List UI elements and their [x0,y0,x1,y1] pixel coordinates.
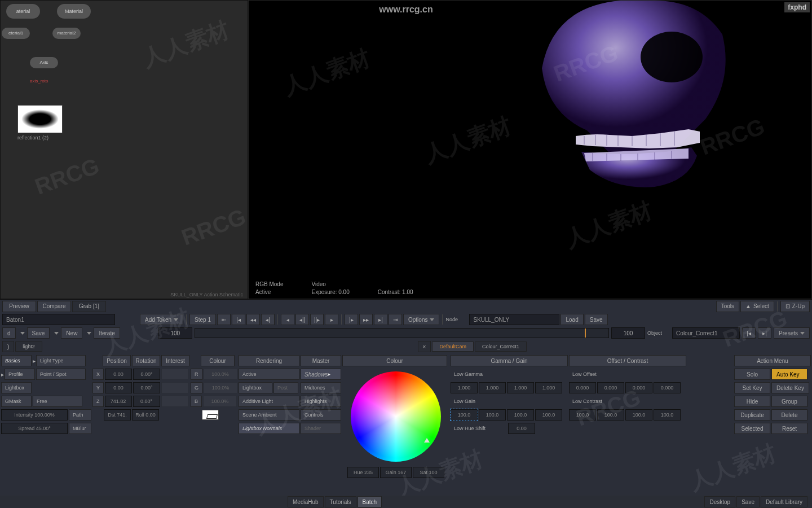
save-button[interactable]: Save [27,327,50,339]
dist-field[interactable]: Dst 741. [104,409,131,421]
profile-tab[interactable]: Profile [5,369,35,380]
schematic-panel[interactable]: aterial Material eterial1 material2 Axis… [0,0,248,299]
add-token-button[interactable]: Add Token [140,314,183,325]
iterate-button[interactable]: Iterate [94,327,120,339]
colour-wheel-cursor-icon[interactable] [424,438,430,443]
node-sub1[interactable]: eterial1 [2,28,30,39]
pause-button[interactable]: ||▸ [310,314,324,325]
play-button[interactable]: ▸ [325,314,338,325]
sat-field[interactable]: Sat 100 [413,467,444,478]
frame-start[interactable]: 100 [158,327,192,339]
z-rot[interactable]: 0.00° [133,396,160,407]
post-button[interactable]: Post [273,382,298,393]
mediahub-tab[interactable]: MediaHub [288,496,324,507]
object-field[interactable]: Colour_Correct1 [672,327,740,339]
obj-next-button[interactable]: ▸| [758,327,771,339]
lowhue-val[interactable]: 0.00 [508,423,535,434]
midtones-button[interactable]: Midtones [301,382,341,393]
timeline-track[interactable] [195,328,609,338]
gamma-r[interactable]: 1.000 [451,382,478,393]
additive-button[interactable]: Additive Light [239,396,299,407]
tab-light2[interactable]: light2 [15,341,42,352]
basics-tab[interactable]: Basics [1,355,32,366]
load-button[interactable]: Load [561,314,583,325]
tab-close-left[interactable]: × [418,341,431,352]
frame-back-button[interactable]: ◂|| [295,314,309,325]
contrast-b[interactable]: 100.0 [625,409,652,421]
viewport[interactable]: RGB ModeActive VideoExposure: 0.00 Contr… [248,0,812,299]
mark-out-button[interactable]: |▸ [345,314,358,325]
offset-r[interactable]: 0.000 [569,382,596,393]
gain-r[interactable]: 100.0 [451,409,478,421]
d-button[interactable]: d [2,327,16,339]
pointspot-button[interactable]: Point / Spot [36,369,86,380]
step-fwd-button[interactable]: ▸▸ [359,314,373,325]
g-val[interactable]: 100.0% [204,382,237,393]
options-button[interactable]: Options [403,314,439,325]
path-button[interactable]: Path [69,409,91,421]
offset-a[interactable]: 0.000 [654,382,681,393]
contrast-g[interactable]: 100.0 [597,409,624,421]
x-int[interactable] [161,369,188,380]
y-pos[interactable]: 0.00 [105,382,132,393]
highlights-button[interactable]: Highlights [301,396,341,407]
step-button[interactable]: Step 1 [189,314,216,325]
intensity-field[interactable]: Intensity 100.00% [1,409,68,421]
selected-button[interactable]: Selected [734,423,770,434]
mark-in-button[interactable]: ◂| [261,314,275,325]
node-material-right[interactable]: Material [57,4,91,19]
setkey-button[interactable]: Set Key [734,382,770,393]
roll-field[interactable]: Roll 0.00 [132,409,159,421]
x-pos[interactable]: 0.00 [105,369,132,380]
delete-button[interactable]: Delete [771,409,807,421]
contrast-a[interactable]: 100.0 [654,409,681,421]
play-rev-button[interactable]: ◂ [281,314,294,325]
mblur-button[interactable]: MBlur [69,423,91,434]
batch-field[interactable]: Baton1 [2,314,115,325]
spread-field[interactable]: Spread 45.00° [1,423,68,434]
controls-button[interactable]: Controls [301,409,341,421]
contrast-r[interactable]: 100.0 [569,409,596,421]
gamma-b[interactable]: 1.000 [507,382,534,393]
zup-button[interactable]: ⊡Z-Up [780,301,810,312]
group-button[interactable]: Group [771,396,807,407]
colour-swatch[interactable] [202,410,219,420]
offset-g[interactable]: 0.000 [597,382,624,393]
shader-button[interactable]: Shader [301,423,341,434]
deletekey-button[interactable]: Delete Key [771,382,809,393]
compare-button[interactable]: Compare [37,301,71,312]
b-val[interactable]: 100.0% [203,396,237,407]
select-button[interactable]: ▲Select [740,301,774,312]
reflection-thumb[interactable]: reflection1 (2) [17,105,63,141]
node-sub2[interactable]: material2 [52,28,81,39]
tab-collapse[interactable]: ) [2,341,14,352]
lightbox-tab[interactable]: Lightbox [1,382,32,393]
new-button[interactable]: New [61,327,82,339]
goto-start-button[interactable]: ⇤ [217,314,231,325]
node-material-left[interactable]: aterial [6,4,40,19]
reset-button[interactable]: Reset [771,423,807,434]
obj-prev-button[interactable]: |◂ [742,327,756,339]
gmask-tab[interactable]: GMask [1,396,32,407]
frame-end[interactable]: 100 [611,327,645,339]
solo-button[interactable]: Solo [734,369,770,380]
gain-field[interactable]: Gain 167 [380,467,412,478]
node-name-field[interactable]: SKULL_ONLY [469,314,559,325]
active-button[interactable]: Active [239,369,299,380]
autokey-button[interactable]: Auto Key [771,369,807,380]
batch-tab[interactable]: Batch [358,496,382,507]
z-int[interactable] [161,396,188,407]
preview-button[interactable]: Preview [2,301,36,312]
next-key-button[interactable]: ▸| [374,314,387,325]
free-button[interactable]: Free [33,396,82,407]
shadows-button[interactable]: Shadows ▸ [301,369,341,380]
offset-b[interactable]: 0.000 [625,382,652,393]
gamma-a[interactable]: 1.000 [535,382,562,393]
desktop-button[interactable]: Desktop [704,496,735,507]
tools-button[interactable]: Tools [716,301,739,312]
tab-defaultcam[interactable]: DefaultCam [432,341,474,352]
presets-button[interactable]: Presets [774,327,810,339]
gain-b[interactable]: 100.0 [507,409,534,421]
tutorials-tab[interactable]: Tutorials [325,496,356,507]
ambient-button[interactable]: Scene Ambient [239,409,299,421]
